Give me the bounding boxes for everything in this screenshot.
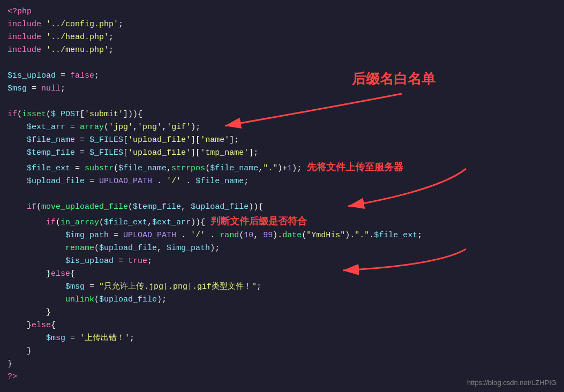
- code-line-28: }: [7, 358, 557, 371]
- code-line-3: include '../head.php';: [7, 31, 557, 44]
- code-line-23: unlink($upload_file);: [7, 293, 557, 306]
- code-line-16: if(move_uploaded_file($temp_file, $uploa…: [7, 201, 557, 214]
- code-line-6: $is_upload = false;: [7, 70, 557, 82]
- code-line-25: }else{: [7, 319, 557, 332]
- blank-line-2: [7, 95, 557, 108]
- code-line-11: $file_name = $_FILES['upload_file']['nam…: [7, 134, 557, 147]
- code-line-9: if(isset($_POST['submit'])){: [7, 108, 557, 121]
- code-line-4: include '../menu.php';: [7, 44, 557, 57]
- code-line-19: rename($upload_file, $img_path);: [7, 242, 557, 255]
- code-line-10: $ext_arr = array('jpg','png','gif');: [7, 121, 557, 134]
- code-line-26: $msg = '上传出错！';: [7, 332, 557, 345]
- code-line-20: $is_upload = true;: [7, 255, 557, 268]
- code-line-22: $msg = "只允许上传.jpg|.png|.gif类型文件！";: [7, 281, 557, 293]
- code-line-27: }: [7, 345, 557, 358]
- code-line-14: $upload_file = UPLOAD_PATH . '/' . $file…: [7, 175, 557, 188]
- code-line-13: $file_ext = substr($file_name,strrpos($f…: [7, 160, 557, 175]
- code-line-18: $img_path = UPLOAD_PATH . '/' . rand(10,…: [7, 229, 557, 242]
- code-line-17: if(in_array($file_ext,$ext_arr)){判断文件后缀是…: [7, 214, 557, 229]
- code-block: <?php include '../config.php'; include '…: [7, 5, 557, 383]
- code-line-1: <?php: [7, 5, 557, 18]
- watermark: https://blog.csdn.net/LZHPIG: [467, 379, 557, 387]
- code-line-12: $temp_file = $_FILES['upload_file']['tmp…: [7, 147, 557, 160]
- blank-line-3: [7, 188, 557, 201]
- code-container: <?php include '../config.php'; include '…: [0, 0, 564, 392]
- code-line-7: $msg = null;: [7, 82, 557, 95]
- blank-line-1: [7, 57, 557, 70]
- code-line-24: }: [7, 306, 557, 319]
- code-line-21: }else{: [7, 268, 557, 281]
- code-line-2: include '../config.php';: [7, 18, 557, 31]
